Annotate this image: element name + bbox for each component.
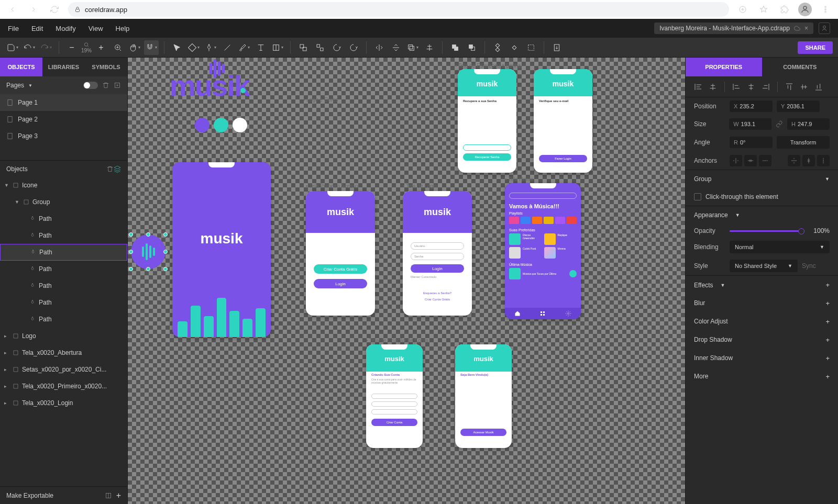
link-icon[interactable]: [776, 120, 783, 128]
obj-setas[interactable]: ▸Setas_x0020_por_x0020_Ci...: [0, 361, 127, 378]
blending-select[interactable]: Normal▼: [730, 241, 830, 253]
add-tab-button[interactable]: [735, 2, 750, 17]
align-bottom[interactable]: [812, 81, 825, 93]
obj-group[interactable]: ▼Group: [0, 194, 127, 210]
page-item-2[interactable]: Page 2: [0, 111, 127, 128]
zoom-search-tool[interactable]: [111, 40, 125, 55]
input-h[interactable]: H247.9: [787, 118, 830, 130]
pathfinder-union-tool[interactable]: [448, 40, 462, 55]
menu-file[interactable]: File: [8, 25, 19, 32]
anchor-h2[interactable]: [744, 155, 757, 166]
effect-inner-shadow[interactable]: Inner Shadow+: [686, 349, 838, 367]
pen-tool[interactable]: [203, 40, 218, 55]
effects-section[interactable]: Effects▼ +: [686, 275, 838, 294]
zoom-out-tool[interactable]: −: [64, 40, 79, 55]
rotate-cw-tool[interactable]: [346, 40, 361, 55]
flip-v-tool[interactable]: [389, 40, 403, 55]
reload-button[interactable]: [47, 2, 62, 17]
line-tool[interactable]: [220, 40, 235, 55]
user-badge[interactable]: [819, 23, 830, 34]
pathfinder-subtract-tool[interactable]: [465, 40, 479, 55]
input-w[interactable]: W193.1: [729, 118, 771, 130]
tab-objects[interactable]: OBJECTS: [0, 58, 42, 76]
opacity-slider[interactable]: [730, 230, 804, 232]
rotate-ccw-tool[interactable]: [329, 40, 344, 55]
appearance-section[interactable]: Appearance▼: [686, 206, 838, 224]
effect-color-adjust[interactable]: Color Adjust+: [686, 312, 838, 331]
text-tool[interactable]: [253, 40, 268, 55]
canvas[interactable]: musik • Logo e Cores musik: [128, 58, 685, 504]
share-button[interactable]: SHARE: [798, 41, 833, 54]
export-tool[interactable]: [549, 40, 564, 55]
obj-path-2[interactable]: Path: [0, 244, 127, 261]
align-center[interactable]: [745, 81, 757, 93]
pages-toggle[interactable]: [83, 82, 98, 89]
click-through-checkbox[interactable]: Click-through this element: [686, 188, 838, 206]
back-button[interactable]: [5, 2, 20, 17]
component-tool[interactable]: [490, 40, 505, 55]
style-select[interactable]: No Shared Style▼: [730, 260, 798, 272]
menu-edit[interactable]: Edit: [31, 25, 43, 32]
obj-tela-primeiro[interactable]: ▸Tela_x0020_Primeiro_x0020...: [0, 378, 127, 395]
make-exportable[interactable]: Make Exportable +: [0, 486, 127, 504]
snap-tool[interactable]: [144, 40, 159, 55]
close-doc-icon[interactable]: ×: [804, 25, 808, 32]
obj-icone[interactable]: ▼Icone: [0, 177, 127, 194]
effect-drop-shadow[interactable]: Drop Shadow+: [686, 331, 838, 349]
trash-icon[interactable]: [106, 165, 114, 173]
menu-help[interactable]: Help: [116, 25, 130, 32]
doc-title[interactable]: Ivanberg Moreira - Musik-Interface-App.c…: [654, 23, 813, 34]
pan-tool[interactable]: [127, 40, 142, 55]
tab-properties[interactable]: PROPERTIES: [686, 58, 762, 76]
group-tool[interactable]: [296, 40, 311, 55]
align-middle[interactable]: [798, 81, 810, 93]
instance-tool[interactable]: [507, 40, 522, 55]
obj-path-3[interactable]: Path: [0, 261, 127, 277]
trash-icon[interactable]: [102, 82, 109, 89]
align-center-tool[interactable]: [422, 40, 437, 55]
anchor-v3[interactable]: [817, 155, 830, 166]
tab-comments[interactable]: COMMENTS: [762, 58, 839, 76]
align-left[interactable]: [692, 81, 704, 93]
selected-icon[interactable]: [131, 234, 166, 269]
obj-tela-login[interactable]: ▸Tela_x0020_Login: [0, 395, 127, 411]
tab-libraries[interactable]: LIBRARIES: [42, 58, 85, 76]
select-tool[interactable]: [170, 40, 184, 55]
align-left2[interactable]: [730, 81, 743, 93]
menu-modify[interactable]: Modify: [56, 25, 75, 32]
align-center-h[interactable]: [707, 81, 719, 93]
ungroup-tool[interactable]: [313, 40, 327, 55]
sync-button[interactable]: Sync: [802, 262, 816, 270]
redo-tool[interactable]: [39, 40, 53, 55]
url-bar[interactable]: coreldraw.app: [68, 2, 729, 17]
arrange-tool[interactable]: [405, 40, 420, 55]
brush-tool[interactable]: [237, 40, 251, 55]
anchor-h3[interactable]: [759, 155, 771, 166]
zoom-in-tool[interactable]: +: [94, 40, 108, 55]
menu-view[interactable]: View: [89, 25, 103, 32]
browser-menu-button[interactable]: [818, 2, 833, 17]
effect-blur[interactable]: Blur+: [686, 294, 838, 312]
obj-path-5[interactable]: Path: [0, 294, 127, 311]
page-item-3[interactable]: Page 3: [0, 128, 127, 144]
profile-avatar[interactable]: [798, 3, 812, 16]
mask-tool[interactable]: [524, 40, 538, 55]
obj-path-0[interactable]: Path: [0, 210, 127, 227]
obj-path-1[interactable]: Path: [0, 227, 127, 244]
input-y[interactable]: Y2036.1: [777, 100, 820, 112]
anchor-v1[interactable]: [788, 155, 800, 166]
obj-path-4[interactable]: Path: [0, 277, 127, 294]
align-right[interactable]: [759, 81, 772, 93]
bookmark-button[interactable]: [756, 2, 771, 17]
obj-logo[interactable]: ▸Logo: [0, 328, 127, 344]
input-angle[interactable]: R0°: [730, 137, 773, 148]
save-tool[interactable]: [5, 40, 20, 55]
input-x[interactable]: X235.2: [730, 100, 773, 112]
align-top[interactable]: [783, 81, 796, 93]
flip-h-tool[interactable]: [372, 40, 387, 55]
shape-tool[interactable]: [186, 40, 201, 55]
effect-more[interactable]: More+: [686, 367, 838, 386]
transform-button[interactable]: Transform: [777, 136, 830, 149]
undo-tool[interactable]: [22, 40, 37, 55]
group-dropdown[interactable]: Group▼: [686, 170, 838, 188]
